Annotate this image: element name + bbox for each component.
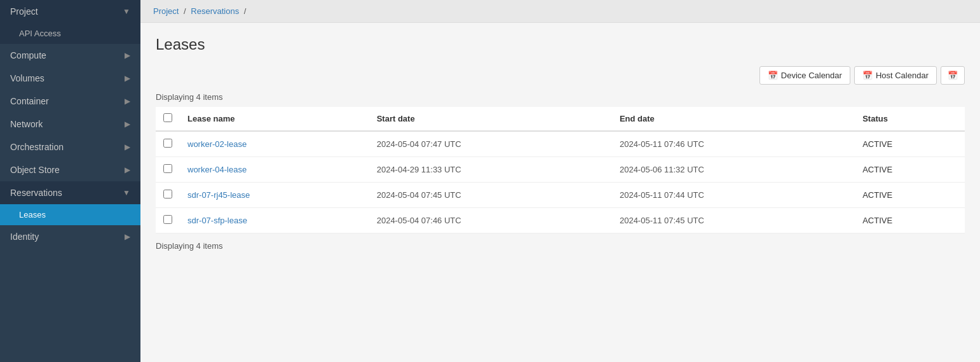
table-row: worker-04-lease2024-04-29 11:33 UTC2024-… — [156, 157, 965, 183]
sidebar-item-identity-label: Identity — [10, 232, 39, 242]
start-date: 2024-04-29 11:33 UTC — [369, 157, 612, 183]
table-row: sdr-07-rj45-lease2024-05-04 07:45 UTC202… — [156, 183, 965, 208]
status-badge: ACTIVE — [855, 183, 965, 208]
chevron-down-icon: ▼ — [123, 7, 130, 16]
sidebar-item-identity[interactable]: Identity ▶ — [0, 225, 140, 248]
chevron-right-icon: ▶ — [125, 143, 130, 151]
page-title: Leases — [156, 36, 965, 53]
sidebar-item-api-access[interactable]: API Access — [0, 23, 140, 44]
chevron-right-icon: ▶ — [125, 74, 130, 83]
chevron-down-icon: ▼ — [123, 188, 130, 197]
host-calendar-label: Host Calendar — [876, 71, 929, 80]
sidebar-item-network-label: Network — [10, 119, 43, 129]
sidebar-item-compute-label: Compute — [10, 50, 46, 60]
toolbar: 📅 Device Calendar 📅 Host Calendar 📅 — [156, 66, 965, 85]
leases-table: Lease name Start date End date Status wo… — [156, 107, 965, 233]
device-calendar-label: Device Calendar — [781, 71, 842, 80]
status-badge: ACTIVE — [855, 208, 965, 233]
sidebar-item-reservations-label: Reservations — [10, 188, 62, 198]
end-date: 2024-05-11 07:45 UTC — [612, 208, 855, 233]
sidebar-item-container-label: Container — [10, 96, 49, 106]
sidebar-item-network[interactable]: Network ▶ — [0, 113, 140, 136]
chevron-right-icon: ▶ — [125, 97, 130, 106]
table-header-row: Lease name Start date End date Status — [156, 107, 965, 131]
select-all-checkbox[interactable] — [163, 113, 172, 122]
display-count-top: Displaying 4 items — [156, 92, 965, 102]
sidebar-item-orchestration-label: Orchestration — [10, 142, 64, 152]
lease-name-link[interactable]: sdr-07-rj45-lease — [187, 190, 250, 200]
sidebar-item-volumes-label: Volumes — [10, 73, 44, 83]
calendar-icon: 📅 — [862, 71, 873, 80]
sidebar-item-api-access-label: API Access — [19, 29, 61, 38]
chevron-right-icon: ▶ — [125, 51, 130, 60]
breadcrumb-separator-2: / — [244, 6, 247, 16]
sidebar-item-reservations[interactable]: Reservations ▼ — [0, 181, 140, 204]
col-end-date: End date — [612, 107, 855, 131]
status-badge: ACTIVE — [855, 157, 965, 183]
sidebar-item-project-label: Project — [10, 6, 38, 17]
col-status: Status — [855, 107, 965, 131]
row-checkbox[interactable] — [163, 164, 172, 173]
chevron-right-icon: ▶ — [125, 120, 130, 129]
select-all-header[interactable] — [156, 107, 180, 131]
chevron-right-icon: ▶ — [125, 232, 130, 241]
status-badge: ACTIVE — [855, 131, 965, 157]
calendar-icon: 📅 — [768, 71, 778, 80]
start-date: 2024-05-04 07:47 UTC — [369, 131, 612, 157]
device-calendar-button[interactable]: 📅 Device Calendar — [759, 66, 850, 85]
table-row: worker-02-lease2024-05-04 07:47 UTC2024-… — [156, 131, 965, 157]
display-count-bottom: Displaying 4 items — [156, 241, 965, 251]
breadcrumb: Project / Reservations / — [140, 0, 980, 23]
start-date: 2024-05-04 07:46 UTC — [369, 208, 612, 233]
breadcrumb-separator-1: / — [184, 6, 188, 16]
extra-calendar-button[interactable]: 📅 — [941, 66, 965, 85]
row-checkbox[interactable] — [163, 190, 172, 198]
col-lease-name: Lease name — [180, 107, 369, 131]
end-date: 2024-05-06 11:32 UTC — [612, 157, 855, 183]
col-start-date: Start date — [369, 107, 612, 131]
calendar-small-icon: 📅 — [948, 71, 958, 80]
page-content: Leases 📅 Device Calendar 📅 Host Calendar… — [140, 23, 980, 362]
sidebar-item-orchestration[interactable]: Orchestration ▶ — [0, 136, 140, 158]
row-checkbox[interactable] — [163, 139, 172, 148]
sidebar: Project ▼ API Access Compute ▶ Volumes ▶… — [0, 0, 140, 362]
end-date: 2024-05-11 07:46 UTC — [612, 131, 855, 157]
chevron-right-icon: ▶ — [125, 165, 130, 174]
lease-name-link[interactable]: worker-04-lease — [187, 165, 247, 174]
sidebar-item-container[interactable]: Container ▶ — [0, 90, 140, 113]
lease-name-link[interactable]: worker-02-lease — [187, 139, 247, 149]
sidebar-item-compute[interactable]: Compute ▶ — [0, 44, 140, 67]
table-row: sdr-07-sfp-lease2024-05-04 07:46 UTC2024… — [156, 208, 965, 233]
host-calendar-button[interactable]: 📅 Host Calendar — [854, 66, 937, 85]
breadcrumb-project[interactable]: Project — [153, 6, 179, 16]
breadcrumb-reservations[interactable]: Reservations — [191, 6, 239, 16]
sidebar-item-leases-label: Leases — [19, 210, 46, 219]
main-content: Project / Reservations / Leases 📅 Device… — [140, 0, 980, 362]
sidebar-item-object-store[interactable]: Object Store ▶ — [0, 158, 140, 181]
lease-name-link[interactable]: sdr-07-sfp-lease — [187, 216, 247, 225]
sidebar-item-project[interactable]: Project ▼ — [0, 0, 140, 23]
sidebar-item-leases[interactable]: Leases — [0, 204, 140, 225]
sidebar-item-volumes[interactable]: Volumes ▶ — [0, 67, 140, 90]
end-date: 2024-05-11 07:44 UTC — [612, 183, 855, 208]
start-date: 2024-05-04 07:45 UTC — [369, 183, 612, 208]
sidebar-item-object-store-label: Object Store — [10, 165, 60, 175]
row-checkbox[interactable] — [163, 215, 172, 224]
